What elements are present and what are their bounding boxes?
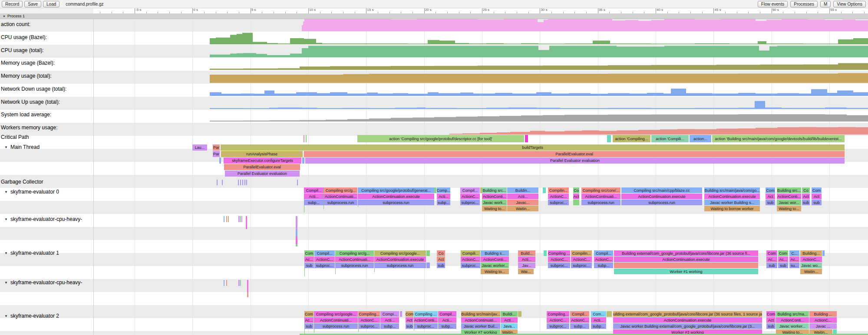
- slice-skyframe-evaluator-cpu-heavy-2[interactable]: [247, 280, 248, 292]
- slice-skyframe-evaluator-1[interactable]: subproc...: [548, 263, 570, 268]
- counter-action-count[interactable]: [0, 19, 868, 31]
- slice-skyframe-evaluator-2[interactable]: Javac worker Building external/com_googl…: [613, 323, 762, 329]
- slice-skyframe-evaluator-2[interactable]: Act: [766, 317, 776, 323]
- slice-skyframe-evaluator-1[interactable]: Co: [437, 250, 445, 256]
- slice-skyframe-evaluator-1[interactable]: Build...: [518, 250, 535, 256]
- slice-skyframe-evaluator-cpu-heavy-1[interactable]: [238, 216, 240, 222]
- slice-skyframe-evaluator-2[interactable]: ActionC...: [547, 317, 569, 323]
- slice-critical-path[interactable]: action 'Compili...: [651, 135, 689, 142]
- slice-skyframe-evaluator-0[interactable]: Compiling src/main/cpp/blaze.cc: [621, 187, 702, 193]
- slice-garbage-collector[interactable]: [238, 180, 239, 185]
- slice-main-thread[interactable]: [302, 158, 304, 164]
- slice-skyframe-evaluator-0[interactable]: Comp...: [437, 187, 450, 193]
- slice-skyframe-evaluator-0[interactable]: Compiling src/google/protobuf/generat...: [358, 187, 434, 193]
- slice-skyframe-evaluator-2[interactable]: Com: [304, 311, 314, 317]
- slice-skyframe-evaluator-0[interactable]: Compiling src/g...: [324, 187, 357, 193]
- slice-main-thread[interactable]: Parallel Evaluator evaluation: [225, 171, 300, 177]
- slice-skyframe-evaluator-1[interactable]: subprocess.run: [374, 263, 426, 268]
- slice-skyframe-evaluator-0[interactable]: ActionContinuation.execute: [704, 194, 760, 199]
- collapse-arrow-icon[interactable]: ▼: [4, 217, 8, 221]
- slice-skyframe-evaluator-1[interactable]: Ac...: [766, 256, 777, 262]
- slice-skyframe-evaluator-2[interactable]: Compiling...: [358, 311, 380, 317]
- slice-skyframe-evaluator-0[interactable]: subp...: [437, 200, 450, 205]
- slice-skyframe-evaluator-0[interactable]: [573, 200, 579, 205]
- load-button[interactable]: Load: [43, 1, 59, 7]
- slice-skyframe-evaluator-0[interactable]: Building src...: [777, 187, 801, 193]
- slice-skyframe-evaluator-0[interactable]: Javac worker Building s...: [704, 200, 760, 205]
- label-skyframe-evaluator-cpu-heavy-1[interactable]: ▼skyframe-evaluator-cpu-heavy-: [4, 216, 82, 222]
- slice-main-thread[interactable]: Lau...: [192, 145, 207, 151]
- label-skyframe-evaluator-0[interactable]: ▼skyframe-evaluator 0: [4, 189, 59, 195]
- slice-skyframe-evaluator-1[interactable]: [614, 263, 758, 268]
- slice-critical-path[interactable]: [525, 135, 528, 142]
- slice-skyframe-evaluator-2[interactable]: Compil...: [438, 311, 456, 317]
- slice-skyframe-evaluator-cpu-heavy-2[interactable]: [226, 280, 227, 286]
- slice-skyframe-evaluator-2[interactable]: subp...: [570, 323, 589, 329]
- slice-skyframe-evaluator-1[interactable]: ActionContinuation.execute: [614, 256, 758, 262]
- slice-main-thread[interactable]: runAnalysisPhase: [221, 151, 303, 157]
- slice-skyframe-evaluator-0[interactable]: Acti...: [507, 194, 538, 199]
- collapse-arrow-icon[interactable]: ▼: [4, 314, 8, 318]
- slice-skyframe-evaluator-1[interactable]: Compiling ...: [548, 250, 570, 256]
- slice-skyframe-evaluator-2[interactable]: Building external/com_google_protobuf/ja…: [613, 311, 762, 317]
- slice-skyframe-evaluator-1[interactable]: Compili...: [461, 250, 480, 256]
- slice-main-thread[interactable]: Par: [213, 145, 220, 151]
- slice-garbage-collector[interactable]: [240, 180, 241, 185]
- slice-skyframe-evaluator-cpu-heavy-2[interactable]: [240, 280, 241, 286]
- slice-skyframe-evaluator-1[interactable]: Building s...: [481, 250, 509, 256]
- slice-critical-path[interactable]: action 'Compiling...: [613, 135, 650, 142]
- slice-skyframe-evaluator-2[interactable]: Act: [406, 317, 413, 323]
- slice-skyframe-evaluator-cpu-heavy-1[interactable]: [241, 216, 242, 222]
- slice-garbage-collector[interactable]: [222, 180, 223, 185]
- slice-skyframe-evaluator-1[interactable]: ActionContinuation.execute: [374, 256, 426, 262]
- slice-main-thread[interactable]: buildTargets: [221, 145, 845, 151]
- slice-garbage-collector[interactable]: [217, 180, 218, 185]
- slice-skyframe-evaluator-1[interactable]: [426, 250, 430, 256]
- slice-skyframe-evaluator-0[interactable]: ActionC...: [548, 194, 569, 199]
- slice-skyframe-evaluator-0[interactable]: Compilin...: [548, 187, 569, 193]
- slice-skyframe-evaluator-1[interactable]: Compil...: [314, 250, 335, 256]
- slice-critical-path[interactable]: action 'Building src/main/java/com/googl…: [712, 135, 845, 142]
- slice-skyframe-evaluator-cpu-heavy-2[interactable]: [224, 280, 224, 286]
- slice-skyframe-evaluator-1[interactable]: Com: [766, 250, 777, 256]
- slice-skyframe-evaluator-1[interactable]: ActionC...: [800, 256, 822, 262]
- slice-skyframe-evaluator-0[interactable]: Act: [812, 194, 822, 199]
- counter-cpu-usage-bazel[interactable]: [0, 32, 868, 44]
- slice-skyframe-evaluator-0[interactable]: sub: [812, 200, 822, 205]
- slice-skyframe-evaluator-2[interactable]: Javac worker Buil...: [461, 323, 500, 329]
- slice-skyframe-evaluator-2[interactable]: ActionConti...: [776, 317, 809, 323]
- slice-skyframe-evaluator-1[interactable]: Acti...: [518, 256, 535, 262]
- slice-skyframe-evaluator-1[interactable]: Ac...: [789, 256, 799, 262]
- slice-skyframe-evaluator-1[interactable]: Building external/com_google_protobuf/ja…: [614, 250, 758, 256]
- slice-skyframe-evaluator-0[interactable]: ActionContinuati...: [324, 194, 357, 199]
- slice-skyframe-evaluator-0[interactable]: ActionC...: [460, 194, 480, 199]
- slice-skyframe-evaluator-0[interactable]: subprocess.run: [581, 200, 620, 205]
- slice-skyframe-evaluator-1[interactable]: Ac...: [304, 256, 314, 262]
- slice-critical-path[interactable]: [306, 135, 307, 142]
- slice-skyframe-evaluator-0[interactable]: Building src...: [482, 187, 507, 193]
- view-options-button[interactable]: View Options: [833, 1, 866, 7]
- slice-skyframe-evaluator-0[interactable]: Waitin...: [507, 206, 538, 211]
- slice-skyframe-evaluator-0[interactable]: Co: [802, 187, 810, 193]
- slice-skyframe-evaluator-0[interactable]: Act: [573, 194, 579, 199]
- collapse-arrow-icon[interactable]: ▼: [4, 251, 8, 255]
- slice-skyframe-evaluator-2[interactable]: Com...: [591, 311, 606, 317]
- slice-skyframe-evaluator-cpu-heavy-1[interactable]: [296, 244, 297, 246]
- slice-skyframe-evaluator-2[interactable]: Building ...: [809, 311, 837, 317]
- slice-skyframe-evaluator-1[interactable]: ActionConti...: [481, 256, 509, 262]
- slice-critical-path[interactable]: action...: [690, 135, 711, 142]
- counter-memory-usage-bazel[interactable]: [0, 58, 868, 70]
- process-1-header[interactable]: ▼ Process 1: [0, 13, 868, 19]
- collapse-arrow-icon[interactable]: ▼: [4, 190, 8, 194]
- slice-skyframe-evaluator-1[interactable]: ActionC...: [571, 256, 592, 262]
- collapse-arrow-icon[interactable]: ▼: [4, 281, 8, 285]
- slice-skyframe-evaluator-2[interactable]: Javac ...: [809, 323, 837, 329]
- slice-skyframe-evaluator-2[interactable]: Com: [406, 311, 413, 317]
- slice-skyframe-evaluator-0[interactable]: Waiting to...: [482, 206, 507, 211]
- slice-skyframe-evaluator-2[interactable]: Building src/main/jav...: [461, 311, 500, 317]
- slice-skyframe-evaluator-0[interactable]: Compil...: [304, 187, 323, 193]
- slice-garbage-collector[interactable]: [242, 180, 243, 185]
- slice-skyframe-evaluator-1[interactable]: subprocess.run: [335, 263, 374, 268]
- slice-skyframe-evaluator-1[interactable]: subproc...: [314, 263, 335, 268]
- label-main-thread[interactable]: ▼Main Thread: [4, 144, 40, 150]
